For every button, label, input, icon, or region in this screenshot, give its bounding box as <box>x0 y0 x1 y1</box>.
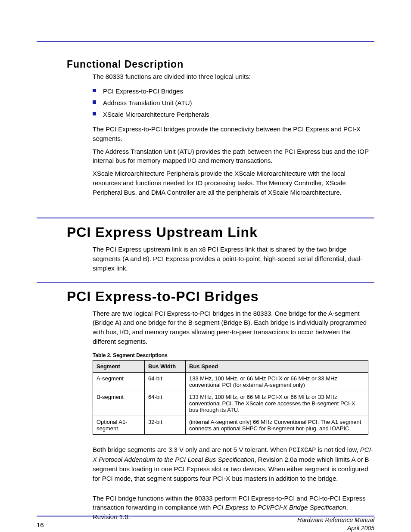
table-cell: (internal A-segment only) 66 MHz Convent… <box>186 416 368 434</box>
table-header-row: Segment Bus Width Bus Speed <box>93 360 368 372</box>
footer-title: Hardware Reference Manual <box>297 516 374 524</box>
section-rule <box>37 218 374 218</box>
text-run: is not tied low, <box>316 446 360 453</box>
table-header: Segment <box>93 360 145 372</box>
paragraph: The PCI Express upstream link is an x8 P… <box>93 245 374 273</box>
table-header: Bus Speed <box>186 360 368 372</box>
table-caption: Table 2. Segment Descriptions <box>93 352 374 358</box>
segment-table: Segment Bus Width Bus Speed A-segment 64… <box>93 360 368 435</box>
paragraph: The PCI Express-to-PCI bridges provide t… <box>93 124 374 143</box>
table-cell: B-segment <box>93 391 145 416</box>
table-cell: 32-bit <box>145 416 186 434</box>
intro-paragraph: The 80333 functions are divided into thr… <box>93 72 374 81</box>
footer-right: Hardware Reference Manual April 2005 <box>297 516 374 532</box>
list-item: Address Translation Unit (ATU) <box>93 97 374 109</box>
table-header: Bus Width <box>145 360 186 372</box>
paragraph: Both bridge segments are 3.3 V only and … <box>93 445 374 483</box>
table-cell: 133 MHz, 100 MHz, or 66 MHz PCI-X or 66 … <box>186 372 368 391</box>
table-row: Optional A1-segment 32-bit (internal A-s… <box>93 416 368 434</box>
page: Functional Description The 80333 functio… <box>0 41 411 532</box>
table-row: A-segment 64-bit 133 MHz, 100 MHz, or 66… <box>93 372 368 391</box>
table-cell: Optional A1-segment <box>93 416 145 434</box>
section-heading: Functional Description <box>67 59 374 70</box>
subsection-heading: PCI Express-to-PCI Bridges <box>67 289 374 305</box>
paragraph: XScale Microarchitecture Peripherals pro… <box>93 169 374 197</box>
table-row: B-segment 64-bit 133 MHz, 100 MHz, or 66… <box>93 391 368 416</box>
table-cell: 64-bit <box>145 372 186 391</box>
section-rule <box>37 282 374 283</box>
bullet-list: PCI Express-to-PCI Bridges Address Trans… <box>93 85 374 120</box>
table-cell: A-segment <box>93 372 145 391</box>
table-cell: 64-bit <box>145 391 186 416</box>
list-item: PCI Express-to-PCI Bridges <box>93 85 374 97</box>
intro-block: The 80333 functions are divided into thr… <box>93 72 374 197</box>
text-run: Both bridge segments are 3.3 V only and … <box>93 446 289 453</box>
paragraph: The Address Translation Unit (ATU) provi… <box>93 147 374 166</box>
table-cell: 133 MHz, 100 MHz, or 66 MHz PCI-X or 66 … <box>186 391 368 416</box>
footer-date: April 2005 <box>297 524 374 532</box>
subsection-heading: PCI Express Upstream Link <box>67 224 374 240</box>
code-text: PCIXCAP <box>289 447 316 454</box>
page-number: 16 <box>37 521 44 529</box>
list-item: XScale Microarchitecture Peripherals <box>93 109 374 120</box>
paragraph: There are two logical PCI Express-to-PCI… <box>93 309 374 346</box>
top-rule <box>37 41 374 42</box>
italic-text: PCI Express to PCI/PCI-X Bridge Specific… <box>212 504 346 511</box>
